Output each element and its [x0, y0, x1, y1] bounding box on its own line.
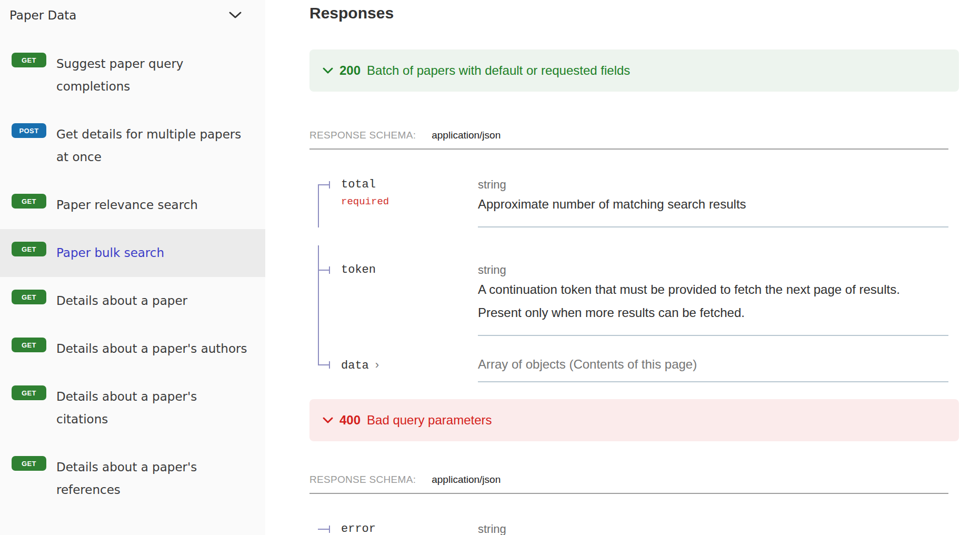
schema-divider: [309, 493, 948, 494]
chevron-right-icon[interactable]: ›: [375, 358, 379, 371]
field-description: Approximate number of matching search re…: [478, 193, 931, 216]
field-name: data: [341, 359, 369, 373]
sidebar-item-get-details-multiple-papers[interactable]: POST Get details for multiple papers at …: [0, 111, 265, 181]
field-row-total: total required string Approximate number…: [309, 178, 959, 227]
field-name: token: [341, 263, 376, 277]
field-required-flag: required: [341, 196, 478, 207]
field-description: A continuation token that must be provid…: [478, 278, 931, 324]
response-section-400: 400 Bad query parameters RESPONSE SCHEMA…: [309, 399, 959, 535]
response-description: Batch of papers with default or requeste…: [367, 63, 630, 78]
field-detail-total: string Approximate number of matching se…: [478, 178, 948, 227]
sidebar: Paper Data GET Suggest paper query compl…: [0, 0, 265, 535]
chevron-down-icon: [322, 417, 334, 424]
response-200-toggle[interactable]: 200 Batch of papers with default or requ…: [309, 49, 959, 92]
field-left-token: token: [309, 245, 478, 336]
tree-line: [318, 185, 319, 227]
response-schema-header: RESPONSE SCHEMA: application/json: [309, 474, 959, 493]
field-type-description: Array of objects (Contents of this page): [478, 358, 948, 371]
sidebar-item-label: Suggest paper query completions: [56, 53, 249, 98]
field-row-error: error string Depending on the case, erro…: [309, 522, 959, 535]
tree-line: [318, 270, 329, 271]
tree-line: [318, 336, 319, 365]
field-detail-data: Array of objects (Contents of this page): [478, 336, 948, 382]
method-badge-get: GET: [12, 53, 46, 67]
sidebar-item-label: Details about a paper: [56, 290, 187, 312]
content-type-value: application/json: [432, 474, 501, 486]
field-left-error: error: [309, 522, 478, 535]
sidebar-item-paper-authors[interactable]: GET Details about a paper's authors: [0, 325, 265, 373]
tree-line: [318, 184, 329, 185]
field-detail-error: string Depending on the case, error mess…: [478, 522, 948, 535]
tree-line: [329, 181, 330, 189]
field-type: string: [478, 178, 948, 192]
field-row-token: token string A continuation token that m…: [309, 227, 959, 336]
response-code: 400: [339, 413, 361, 428]
sidebar-group-header[interactable]: Paper Data: [0, 0, 265, 23]
field-name: total: [341, 178, 376, 192]
response-schema-label: RESPONSE SCHEMA:: [309, 130, 416, 141]
tree-line: [318, 364, 329, 365]
field-detail-token: string A continuation token that must be…: [478, 245, 948, 336]
sidebar-item-details-about-a-paper[interactable]: GET Details about a paper: [0, 277, 265, 325]
chevron-down-icon: [228, 11, 242, 19]
method-badge-post: POST: [12, 123, 46, 138]
content-type-value: application/json: [432, 130, 501, 141]
method-badge-get: GET: [12, 456, 46, 471]
schema-divider: [309, 148, 948, 150]
schema-table-200: total required string Approximate number…: [309, 178, 959, 382]
field-type: string: [478, 263, 948, 277]
sidebar-item-label: Details about a paper's citations: [56, 385, 249, 431]
schema-table-400: error string Depending on the case, erro…: [309, 522, 959, 535]
tree-line: [329, 526, 330, 533]
sidebar-item-label: Details about a paper's authors: [56, 338, 247, 360]
method-badge-get: GET: [12, 290, 46, 304]
tree-line: [318, 245, 319, 336]
method-badge-get: GET: [12, 338, 46, 352]
tree-line: [329, 361, 330, 369]
field-left-total: total required: [309, 178, 478, 227]
sidebar-item-label: Details about a paper's references: [56, 456, 249, 501]
field-type: string: [478, 522, 948, 535]
sidebar-item-paper-relevance-search[interactable]: GET Paper relevance search: [0, 181, 265, 229]
response-code: 200: [339, 63, 361, 78]
sidebar-item-paper-references[interactable]: GET Details about a paper's references: [0, 443, 265, 514]
chevron-down-icon: [322, 67, 334, 74]
response-schema-label: RESPONSE SCHEMA:: [309, 474, 416, 486]
page-title: Responses: [309, 3, 959, 23]
method-badge-get: GET: [12, 242, 46, 256]
sidebar-menu: GET Suggest paper query completions POST…: [0, 40, 265, 514]
field-row-data: data› Array of objects (Contents of this…: [309, 336, 959, 382]
tree-line: [329, 266, 330, 274]
tree-line: [318, 529, 329, 530]
response-400-toggle[interactable]: 400 Bad query parameters: [309, 399, 959, 441]
sidebar-item-label: Paper bulk search: [56, 242, 164, 264]
field-left-data[interactable]: data›: [309, 336, 478, 382]
field-name: error: [341, 522, 376, 535]
sidebar-item-paper-bulk-search[interactable]: GET Paper bulk search: [0, 229, 265, 277]
sidebar-item-suggest-paper-query-completions[interactable]: GET Suggest paper query completions: [0, 40, 265, 111]
sidebar-item-paper-citations[interactable]: GET Details about a paper's citations: [0, 373, 265, 443]
response-section-200: 200 Batch of papers with default or requ…: [309, 49, 959, 382]
method-badge-get: GET: [12, 194, 46, 209]
response-schema-header: RESPONSE SCHEMA: application/json: [309, 130, 959, 148]
sidebar-item-label: Get details for multiple papers at once: [56, 123, 249, 169]
sidebar-group-title: Paper Data: [9, 8, 76, 22]
response-description: Bad query parameters: [367, 413, 492, 428]
main-content: Responses 200 Batch of papers with defau…: [265, 0, 980, 535]
method-badge-get: GET: [12, 385, 46, 400]
sidebar-item-label: Paper relevance search: [56, 194, 198, 216]
